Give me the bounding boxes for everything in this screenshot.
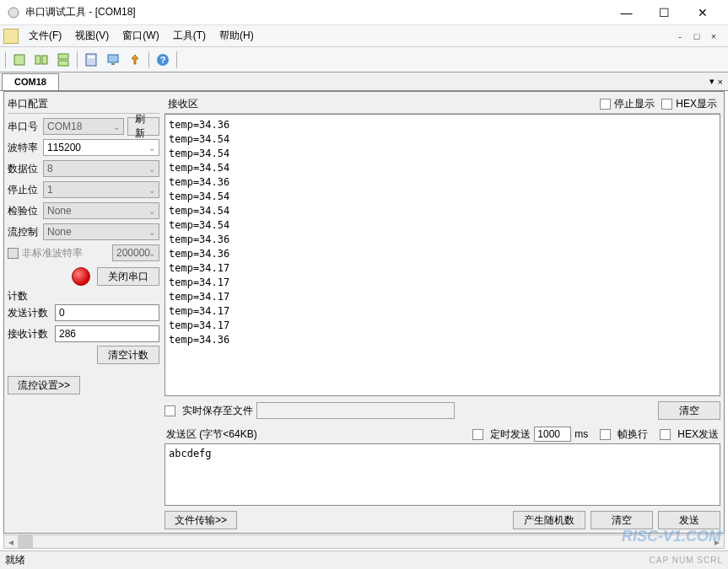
tool-upload-icon[interactable] [125, 50, 145, 70]
baud-label: 波特率 [8, 141, 43, 155]
svg-rect-7 [88, 56, 94, 58]
svg-rect-9 [111, 63, 115, 65]
interval-input[interactable] [534, 427, 571, 442]
maximize-button[interactable]: ☐ [645, 1, 683, 24]
toolbar: ? [0, 47, 728, 72]
flow-settings-button[interactable]: 流控设置>> [8, 376, 80, 395]
port-label: 串口号 [8, 120, 43, 134]
flow-combo[interactable]: None [43, 223, 159, 240]
hex-send-label: HEX发送 [677, 427, 719, 442]
save-file-input[interactable] [256, 402, 455, 419]
realtime-save-label: 实时保存至文件 [182, 404, 253, 418]
flow-label: 流控制 [8, 225, 43, 239]
app-icon [7, 6, 20, 19]
frame-wrap-label: 帧换行 [617, 427, 648, 442]
tab-com18[interactable]: COM18 [2, 73, 59, 90]
recv-textarea[interactable]: temp=34.36 temp=34.54 temp=34.54 temp=34… [164, 114, 720, 396]
menu-help[interactable]: 帮助(H) [213, 26, 261, 46]
status-ready: 就绪 [5, 553, 25, 567]
svg-rect-4 [58, 54, 68, 59]
svg-point-0 [8, 8, 19, 18]
menu-file[interactable]: 文件(F) [22, 26, 68, 46]
recv-count-value: 286 [55, 325, 159, 342]
menubar: 文件(F) 视图(V) 窗口(W) 工具(T) 帮助(H) - □ × [0, 25, 728, 47]
client-area: 串口配置 串口号 COM18 刷新 波特率 115200 数据位 8 停止位 1… [3, 91, 725, 534]
file-transfer-button[interactable]: 文件传输>> [164, 511, 237, 529]
port-combo[interactable]: COM18 [43, 118, 124, 135]
tabbar: COM18 ▾ × [0, 72, 728, 91]
svg-rect-8 [108, 55, 118, 62]
send-count-label: 发送计数 [8, 306, 55, 320]
left-panel: 串口配置 串口号 COM18 刷新 波特率 115200 数据位 8 停止位 1… [8, 95, 159, 529]
nonstd-label: 非标准波特率 [22, 246, 83, 260]
clear-send-button[interactable]: 清空 [590, 511, 653, 529]
hex-display-checkbox[interactable] [661, 99, 672, 110]
hex-send-checkbox[interactable] [660, 429, 671, 440]
recv-title: 接收区 [168, 97, 600, 111]
timed-send-checkbox[interactable] [472, 429, 483, 440]
tool-tile-h-icon[interactable] [31, 50, 51, 70]
minimize-button[interactable]: — [607, 1, 645, 24]
stopbits-combo[interactable]: 1 [43, 181, 159, 198]
databits-label: 数据位 [8, 162, 43, 176]
tabbar-close-icon[interactable]: × [718, 77, 723, 87]
tool-help-icon[interactable]: ? [153, 50, 173, 70]
nonstd-checkbox[interactable] [8, 248, 19, 259]
titlebar: 串口调试工具 - [COM18] — ☐ ✕ [0, 0, 728, 25]
window-title: 串口调试工具 - [COM18] [25, 5, 607, 19]
close-port-button[interactable]: 关闭串口 [97, 267, 159, 286]
svg-rect-3 [42, 56, 47, 64]
status-indicators: CAP NUM SCRL [650, 556, 723, 565]
tool-new-icon[interactable] [9, 50, 30, 70]
menu-window[interactable]: 窗口(W) [116, 26, 165, 46]
mdi-minimize-button[interactable]: - [674, 30, 686, 42]
tool-tile-v-icon[interactable] [53, 50, 73, 70]
parity-combo[interactable]: None [43, 202, 159, 219]
count-title: 计数 [8, 289, 159, 303]
parity-label: 检验位 [8, 204, 43, 218]
svg-rect-2 [35, 56, 40, 64]
svg-rect-1 [14, 55, 24, 65]
gen-random-button[interactable]: 产生随机数 [513, 511, 585, 529]
right-panel: 接收区 停止显示 HEX显示 temp=34.36 temp=34.54 tem… [164, 95, 720, 529]
close-button[interactable]: ✕ [683, 1, 721, 24]
mdi-restore-button[interactable]: □ [691, 30, 703, 42]
horizontal-scrollbar[interactable]: ◂ ▸ [3, 534, 725, 549]
recv-count-label: 接收计数 [8, 327, 55, 341]
tabbar-dropdown-icon[interactable]: ▾ [709, 76, 715, 87]
svg-rect-5 [58, 61, 68, 66]
port-status-indicator-icon [72, 267, 90, 286]
clear-count-button[interactable]: 清空计数 [97, 346, 159, 364]
tool-calc-icon[interactable] [81, 50, 101, 70]
menu-tools[interactable]: 工具(T) [166, 26, 213, 46]
stop-display-checkbox[interactable] [600, 99, 611, 110]
frame-wrap-checkbox[interactable] [600, 429, 611, 440]
mdi-close-button[interactable]: × [708, 30, 720, 42]
databits-combo[interactable]: 8 [43, 160, 159, 177]
send-button[interactable]: 发送 [658, 511, 720, 529]
tool-monitor-icon[interactable] [103, 50, 123, 70]
stop-display-label: 停止显示 [614, 97, 655, 111]
stopbits-label: 停止位 [8, 183, 43, 197]
hex-display-label: HEX显示 [676, 97, 717, 111]
baud-combo[interactable]: 115200 [43, 139, 159, 156]
config-group-title: 串口配置 [8, 95, 159, 114]
realtime-save-checkbox[interactable] [164, 405, 175, 416]
send-title: 发送区 (字节<64KB) [166, 427, 257, 442]
menu-view[interactable]: 视图(V) [68, 26, 116, 46]
svg-text:?: ? [160, 55, 166, 65]
refresh-button[interactable]: 刷新 [127, 117, 159, 136]
nonstd-combo[interactable]: 200000 [112, 244, 159, 261]
timed-send-label: 定时发送 [490, 427, 531, 442]
send-count-value: 0 [55, 304, 159, 321]
clear-recv-button[interactable]: 清空 [658, 401, 720, 420]
menubar-icon [3, 29, 19, 44]
send-textarea[interactable]: abcdefg [164, 443, 720, 506]
statusbar: 就绪 CAP NUM SCRL [0, 550, 728, 569]
interval-unit: ms [574, 428, 588, 440]
